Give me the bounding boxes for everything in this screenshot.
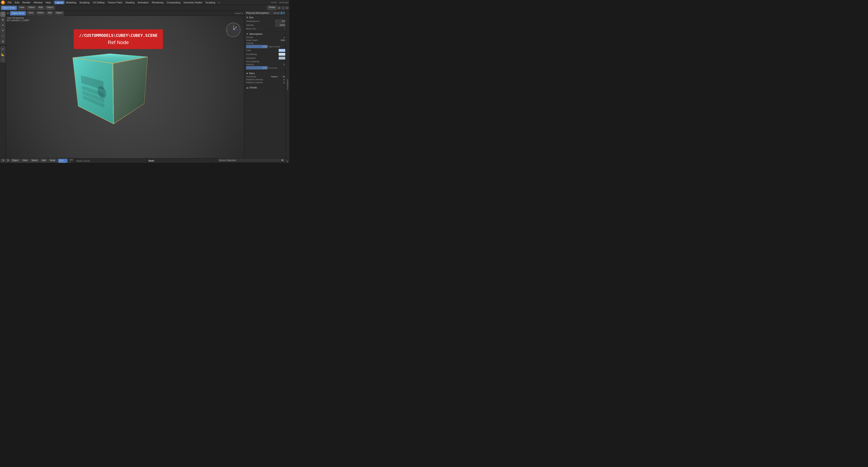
viewport-area[interactable]: ▼ Object Mode View Select Add Object Glo… [6,11,244,158]
p1-view-btn[interactable]: View [1,159,5,163]
cube-3d [94,55,133,113]
temperature-row: Temperature K [246,20,287,23]
cube-scene[interactable]: //CUSTOMMODELS\CUBEY\CUBEY.SCENE Ref Nod… [6,16,244,158]
sun-section: ☀ Sun Temperature K Intensity Binary Sun [244,15,289,32]
gizmo-circle: X Y Z [226,23,241,37]
menu-uv[interactable]: UV Editing [91,1,106,4]
physical-atmosphere-title: Physical Atmosphere [246,12,269,14]
temperature-label: Temperature K [246,20,274,22]
vp-view-btn[interactable]: View [27,11,35,15]
right-sidebar-tabs: Item Tool View Node Group Options [285,158,289,163]
measure-btn[interactable]: 📐 [0,52,5,57]
add-cube-btn[interactable]: □ [0,57,5,62]
panel2-header: View Image SQUIDSCLASS_TRIM.BASE.NORMAL.… [5,158,9,163]
node-wrangler-panel: Node Wrangler [213,158,217,163]
menu-geometry-nodes[interactable]: Geometry Nodes [182,1,204,4]
bottom-panel-squid: View Image SQUIDSCLASS_TRIM.BASE.NORMAL.… [5,158,9,163]
rotate-tool-btn[interactable]: ↺ [0,28,5,33]
bottom-area: View Image DIAMONDMAT.png 📂 💾 ✕ ✥ View I… [0,158,289,163]
scene-collection-title: Scene Collection [219,159,236,162]
vp-object-btn[interactable]: Object [54,11,64,15]
bottom-panel-nodes: Object View Select Add Node Use Nodes Sl… [9,158,75,163]
atmosphere-vertical-label: Atmosphere [285,11,289,158]
scale-tool-btn[interactable]: ⤡ [0,33,5,38]
menu-file[interactable]: File [6,1,13,4]
view-type: User Perspective [7,17,30,19]
inscattering-label: Inscattering [246,53,278,55]
far-right-panel: Scene Collection 🔍 ▼ 📁 Collection ▼ 📁 CU… [217,158,285,163]
procedural-row: Procedural Texture None [246,75,287,78]
intensity2-row: Intensity 2.00 [246,63,287,66]
p2-view-btn[interactable]: View [6,159,9,163]
vp-global-btn[interactable]: Global ▼ [235,12,243,14]
density-row: Density 1.20 [246,36,287,38]
menu-layout[interactable]: Layout [54,1,64,4]
menu-shading[interactable]: Shading [124,1,136,4]
stars-icon: ★ [246,72,248,74]
vp-select-btn[interactable]: Select [36,11,45,15]
move-tool-btn[interactable]: ✛ [0,23,5,28]
scene-tree: ▼ 📁 Collection ▼ 📁 CUBEY.SCENE ▼ 📁 CUBEY… [218,162,285,163]
select-tool-btn[interactable]: ↗ [0,12,5,17]
menu-animation[interactable]: Animation [136,1,150,4]
menu-render[interactable]: Render [21,1,32,4]
scene-filter-icon[interactable]: 🔍 [281,159,284,162]
intensity-label: Intensity [246,24,274,26]
menu-modeling[interactable]: Modeling [65,1,78,4]
annotate-btn[interactable]: ✏ [0,46,5,52]
menu-rendering[interactable]: Rendering [151,1,165,4]
night-intensity-row: Night Intensity [246,45,287,48]
cursor-tool-btn[interactable]: ⊕ [0,17,5,22]
cube-wrapper [87,58,150,121]
intensity-row: Intensity [246,24,287,27]
menu-scripting[interactable]: Scripting [204,1,217,4]
viewport-header: ▼ Object Mode View Select Add Object Glo… [6,11,244,16]
select-btn[interactable]: Select [27,6,36,10]
object-mode-btn[interactable]: Object Mode [1,6,17,10]
scene-collection-header: Scene Collection 🔍 [218,158,285,162]
menu-compositing[interactable]: Compositing [165,1,182,4]
viewport-info: User Perspective (0) Collection | CUBEY [7,17,30,22]
viewport-mode-btn[interactable]: Object Mode [10,11,26,15]
radiance-intensity-label: Radiance Intensity [246,79,278,81]
tab-item[interactable]: Item [286,159,289,163]
p3-object-btn[interactable]: Object [10,159,20,163]
binary-sun-row: Binary Sun [246,27,287,30]
procedural-label: Procedural [246,75,268,78]
clouds-icon: ☁ [246,86,248,89]
p3-use-nodes-btn[interactable]: Use Nodes [58,159,68,163]
panel3-header: Object View Select Add Node Use Nodes Sl… [9,158,75,163]
menu-edit[interactable]: Edit [13,1,21,4]
night-intensity-input[interactable] [246,45,268,48]
binary-sun-label: Binary Sun [246,28,284,30]
p3-select-btn[interactable]: Select [30,159,39,163]
scene-collection-panel: Scene Collection 🔍 ▼ 📁 Collection ▼ 📁 CU… [218,158,285,163]
viewlayer-label: ViewLayer [279,1,288,4]
menu-sculpting[interactable]: Sculpting [78,1,91,4]
cube-face-front [72,57,114,124]
menu-add-workspace[interactable]: + [217,1,221,4]
add-btn[interactable]: Add [37,6,44,10]
menu-window[interactable]: Window [32,1,44,4]
transform-tool-btn[interactable]: ⊞ [0,39,5,44]
p3-add-btn[interactable]: Add [40,159,48,163]
view-btn[interactable]: View [18,6,26,10]
global-transform-btn[interactable]: Global [267,6,277,10]
p3-slot: Slot 1 [69,159,73,163]
vp-add-btn[interactable]: Add [46,11,53,15]
absorption-label: Absorption [246,57,278,59]
anisotropy-input[interactable] [246,66,268,69]
atmosphere-label: Atmosphere [286,79,289,90]
intensity2-label: Intensity [246,63,278,66]
menu-texture-paint[interactable]: Texture Paint [106,1,123,4]
object-btn[interactable]: Object [45,6,55,10]
viewport-gizmo[interactable]: X Y Z [226,23,242,38]
left-toolbar: ↗ ⊕ ✛ ↺ ⤡ ⊞ ✏ 📐 □ [0,11,6,158]
p3-view-btn[interactable]: View [21,159,29,163]
header-toolbar: Object Mode View Select Add Object Globa… [0,5,289,11]
menu-help[interactable]: Help [44,1,52,4]
ref-label: Ref Node [79,39,158,45]
clouds-section: ☁ Clouds [244,86,289,91]
p3-node-btn[interactable]: Node [49,159,57,163]
world-selector[interactable]: World [274,12,279,14]
